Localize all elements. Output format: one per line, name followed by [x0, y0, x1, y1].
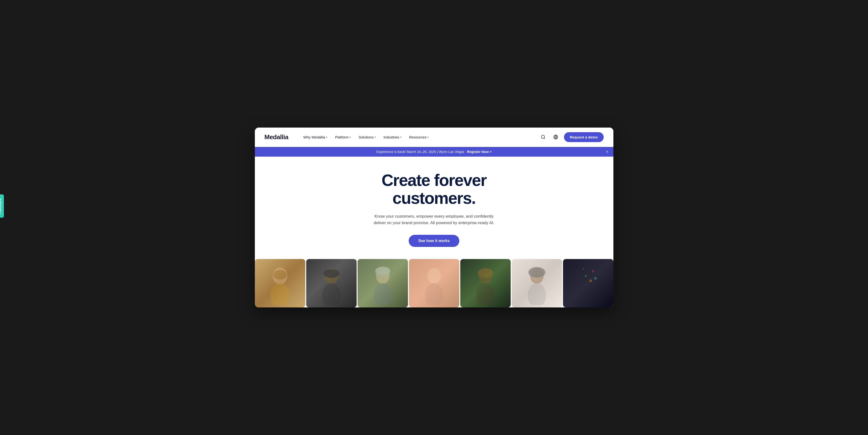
portrait-svg-6	[522, 261, 551, 305]
hero-subtitle: Know your customers, empower every emplo…	[371, 213, 497, 226]
person-image-2	[306, 259, 356, 307]
svg-point-22	[592, 270, 594, 272]
nav-item-platform[interactable]: Platform ▾	[332, 133, 354, 141]
hero-section: Create forever customers. Know your cust…	[255, 157, 613, 257]
hero-title-line2: customers.	[393, 189, 475, 207]
svg-point-8	[324, 269, 339, 278]
chevron-down-icon: ▾	[400, 136, 401, 138]
logo[interactable]: Medallia	[265, 133, 288, 141]
navbar: Medallia Why Medallia ▾ Platform ▾ Solut…	[255, 128, 613, 147]
banner-text: Experience is back! March 24–26, 2025 | …	[376, 150, 492, 154]
image-card-4	[409, 259, 459, 307]
search-icon	[541, 135, 546, 139]
person-image-5	[460, 259, 511, 307]
image-strip	[255, 259, 613, 307]
svg-point-25	[583, 268, 584, 269]
image-card-2	[306, 259, 356, 307]
portrait-svg-5	[471, 261, 500, 305]
chevron-down-icon: ▾	[374, 136, 376, 138]
portrait-svg-7	[574, 261, 603, 305]
language-button[interactable]	[551, 133, 560, 141]
nav-item-industries[interactable]: Industries ▾	[380, 133, 405, 141]
request-demo-button[interactable]: Request a demo	[564, 132, 604, 142]
nav-label-why-medallia: Why Medallia	[303, 135, 325, 139]
svg-point-26	[594, 277, 597, 279]
nav-label-industries: Industries	[383, 135, 399, 139]
svg-point-15	[425, 283, 443, 305]
chevron-down-icon: ▾	[349, 136, 351, 138]
portrait-svg-3	[368, 261, 397, 305]
svg-point-21	[528, 283, 546, 305]
nav-item-solutions[interactable]: Solutions ▾	[355, 133, 379, 141]
svg-point-0	[541, 135, 544, 138]
banner-close-button[interactable]: ×	[606, 149, 609, 154]
nav-label-platform: Platform	[335, 135, 349, 139]
image-card-5	[460, 259, 511, 307]
nav-actions: Request a demo	[539, 132, 604, 142]
portrait-svg-1	[266, 261, 294, 305]
hero-title: Create forever customers.	[349, 171, 519, 207]
svg-point-24	[589, 279, 592, 282]
nav-links: Why Medallia ▾ Platform ▾ Solutions ▾ In…	[300, 133, 539, 141]
chevron-down-icon: ▾	[427, 136, 429, 138]
image-card-1	[255, 259, 305, 307]
hero-title-line1: Create forever	[381, 171, 487, 189]
portrait-svg-4	[420, 261, 448, 305]
nav-item-resources[interactable]: Resources ▾	[406, 133, 432, 141]
banner-message: Experience is back! March 24–26, 2025 | …	[376, 150, 464, 154]
svg-point-13	[375, 266, 391, 277]
feedback-tab[interactable]: Feedback	[0, 194, 4, 218]
globe-icon	[553, 135, 558, 139]
person-image-4	[409, 259, 459, 307]
svg-line-1	[544, 138, 545, 139]
announcement-banner: Experience is back! March 24–26, 2025 | …	[255, 147, 613, 157]
chevron-down-icon: ▾	[326, 136, 327, 138]
nav-item-why-medallia[interactable]: Why Medallia ▾	[300, 133, 331, 141]
person-image-6	[512, 259, 562, 307]
svg-point-20	[528, 267, 545, 278]
svg-point-17	[478, 268, 493, 278]
svg-point-23	[585, 275, 587, 277]
see-how-button[interactable]: See how it works	[409, 235, 460, 247]
image-card-3	[358, 259, 408, 307]
svg-point-6	[273, 270, 287, 279]
svg-point-14	[427, 268, 441, 284]
image-card-6	[512, 259, 562, 307]
portrait-svg-2	[317, 261, 346, 305]
image-card-7	[563, 259, 613, 307]
nav-label-resources: Resources	[409, 135, 427, 139]
browser-window: Medallia Why Medallia ▾ Platform ▾ Solut…	[255, 128, 613, 308]
person-image-7	[563, 259, 613, 307]
banner-register-link[interactable]: Register Now >	[467, 150, 492, 154]
nav-label-solutions: Solutions	[359, 135, 374, 139]
person-image-3	[358, 259, 408, 307]
person-image-1	[255, 259, 305, 307]
svg-point-5	[270, 283, 290, 305]
svg-point-18	[476, 283, 495, 305]
svg-point-12	[374, 283, 392, 305]
search-button[interactable]	[539, 133, 548, 141]
svg-point-9	[322, 283, 341, 305]
